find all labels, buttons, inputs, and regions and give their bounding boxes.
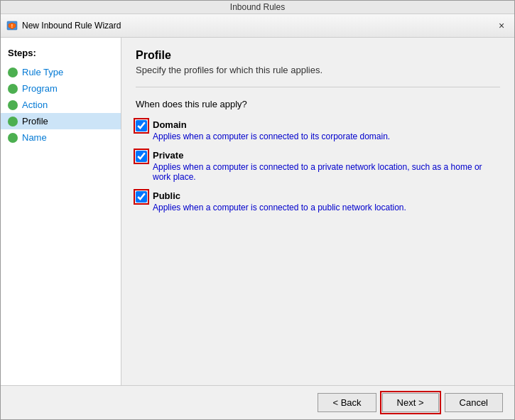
cancel-button[interactable]: Cancel xyxy=(445,393,503,412)
option-text-private: Private Applies when a computer is conne… xyxy=(153,150,500,182)
step-label-rule-type: Rule Type xyxy=(22,67,63,77)
step-dot-rule-type xyxy=(8,68,18,77)
step-dot-profile xyxy=(8,117,18,126)
content-area: Steps: Rule Type Program Action Profile … xyxy=(1,38,514,385)
checkbox-domain-wrapper xyxy=(136,120,147,134)
button-bar: < Back Next > Cancel xyxy=(1,385,514,419)
step-label-name: Name xyxy=(22,132,47,143)
svg-text:!: ! xyxy=(11,23,13,28)
option-row-private: Private Applies when a computer is conne… xyxy=(136,150,500,182)
checkbox-public[interactable] xyxy=(136,191,147,203)
checkbox-private[interactable] xyxy=(136,151,147,162)
main-panel: Profile Specify the profiles for which t… xyxy=(121,38,514,385)
window-icon: ! xyxy=(6,20,18,31)
sidebar-item-rule-type[interactable]: Rule Type xyxy=(1,64,121,80)
title-bar: ! New Inbound Rule Wizard × xyxy=(1,14,514,38)
taskbar-label: Inbound Rules xyxy=(230,2,285,12)
title-bar-left: ! New Inbound Rule Wizard xyxy=(6,20,121,31)
sidebar: Steps: Rule Type Program Action Profile … xyxy=(1,38,121,385)
taskbar: Inbound Rules xyxy=(1,1,514,14)
step-label-action: Action xyxy=(22,99,48,110)
option-desc-domain: Applies when a computer is connected to … xyxy=(153,131,390,141)
option-row-domain: Domain Applies when a computer is connec… xyxy=(136,119,500,141)
step-dot-action xyxy=(8,100,18,110)
question-text: When does this rule apply? xyxy=(136,99,500,109)
sidebar-item-profile[interactable]: Profile xyxy=(1,113,121,129)
option-label-private: Private xyxy=(153,150,500,161)
checkbox-private-wrapper xyxy=(136,151,147,164)
option-desc-public: Applies when a computer is connected to … xyxy=(153,203,406,212)
step-label-program: Program xyxy=(22,83,58,94)
option-label-public: Public xyxy=(153,190,406,201)
checkbox-public-wrapper xyxy=(136,191,147,205)
steps-label: Steps: xyxy=(1,45,121,64)
option-text-public: Public Applies when a computer is connec… xyxy=(153,190,406,212)
step-dot-name xyxy=(8,133,18,143)
step-dot-program xyxy=(8,84,18,94)
sidebar-item-action[interactable]: Action xyxy=(1,97,121,113)
option-desc-private: Applies when a computer is connected to … xyxy=(153,162,500,182)
back-button[interactable]: < Back xyxy=(318,393,376,412)
page-subtitle: Specify the profiles for which this rule… xyxy=(136,65,500,75)
sidebar-item-program[interactable]: Program xyxy=(1,80,121,97)
next-button[interactable]: Next > xyxy=(382,393,439,412)
dialog-window: Inbound Rules ! New Inbound Rule Wizard … xyxy=(0,0,515,420)
title-text: New Inbound Rule Wizard xyxy=(22,21,121,31)
divider xyxy=(136,87,500,87)
checkbox-domain[interactable] xyxy=(136,120,147,131)
page-title: Profile xyxy=(136,49,500,62)
step-label-profile: Profile xyxy=(22,116,48,126)
sidebar-item-name[interactable]: Name xyxy=(1,129,121,146)
option-label-domain: Domain xyxy=(153,119,390,130)
option-row-public: Public Applies when a computer is connec… xyxy=(136,190,500,212)
option-text-domain: Domain Applies when a computer is connec… xyxy=(153,119,390,141)
close-button[interactable]: × xyxy=(494,18,509,33)
